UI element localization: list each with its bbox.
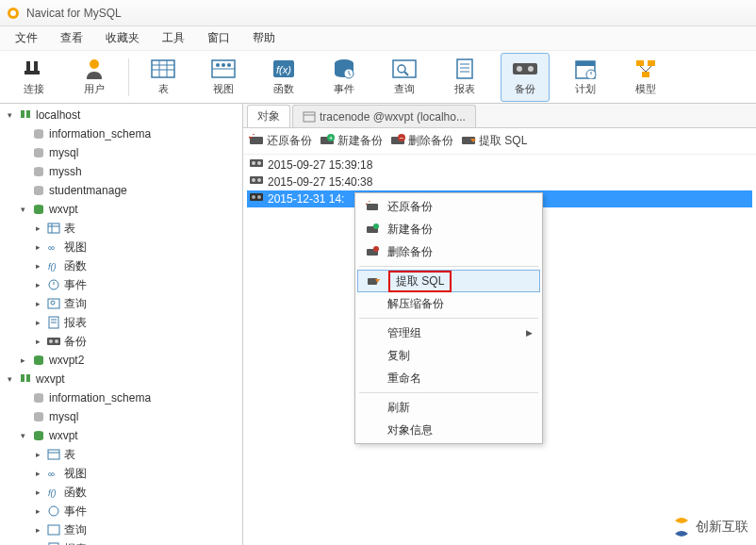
tree-db-myssh[interactable]: myssh [0, 162, 242, 181]
tree-node-report[interactable]: ▸报表 [0, 313, 242, 332]
toolbar-table[interactable]: 表 [139, 53, 188, 102]
toolbar-function[interactable]: f(x) 函数 [259, 53, 308, 102]
toolbar-report[interactable]: 报表 [440, 53, 489, 102]
collapse-arrow-icon[interactable]: ▾ [4, 110, 15, 120]
cm-rename[interactable]: 重命名 [357, 367, 540, 389]
tree-node-view[interactable]: ▸∞视图 [0, 238, 242, 256]
actionbar: 还原备份 +新建备份 −删除备份 提取 SQL [243, 128, 756, 155]
list-item[interactable]: 2015-09-27 15:39:18 [247, 157, 752, 173]
titlebar: Navicat for MySQL [0, 0, 756, 26]
tree-node-query-2[interactable]: ▸查询 [0, 520, 242, 539]
tree-db-mysql[interactable]: mysql [0, 143, 242, 162]
expand-arrow-icon[interactable]: ▸ [32, 506, 43, 516]
menu-file[interactable]: 文件 [4, 26, 49, 50]
tab-objects[interactable]: 对象 [247, 105, 290, 127]
database-icon [31, 409, 46, 424]
action-restore[interactable]: 还原备份 [249, 133, 312, 149]
toolbar-query[interactable]: 查询 [380, 53, 429, 102]
event-icon [331, 58, 357, 80]
toolbar-view[interactable]: 视图 [199, 53, 248, 102]
toolbar-event[interactable]: 事件 [320, 53, 369, 102]
expand-arrow-icon[interactable]: ▸ [32, 487, 43, 497]
tree-db-studentmanage[interactable]: studentmanage [0, 181, 242, 200]
svg-rect-37 [648, 60, 655, 66]
tree-db-wxvpt[interactable]: ▾wxvpt [0, 200, 242, 219]
expand-arrow-icon[interactable]: ▸ [32, 280, 43, 289]
cm-object-info[interactable]: 对象信息 [357, 419, 540, 441]
menu-help[interactable]: 帮助 [241, 26, 287, 50]
action-delete[interactable]: −删除备份 [390, 133, 453, 149]
cm-copy[interactable]: 复制 [357, 344, 540, 367]
action-extract[interactable]: 提取 SQL [461, 133, 527, 149]
toolbar-connection[interactable]: 连接 [9, 53, 58, 102]
menu-window[interactable]: 窗口 [196, 26, 241, 50]
tree-node-view-2[interactable]: ▸∞视图 [0, 464, 242, 483]
tree-db-mysql-2[interactable]: mysql [0, 407, 242, 426]
collapse-arrow-icon[interactable]: ▾ [17, 431, 28, 440]
tree-db-wxvpt2[interactable]: ▸wxvpt2 [0, 351, 242, 370]
expand-arrow-icon[interactable]: ▸ [32, 299, 43, 308]
tab-tracenode[interactable]: tracenode @wxvpt (localho... [292, 105, 476, 127]
toolbar-view-label: 视图 [213, 82, 234, 96]
cm-refresh[interactable]: 刷新 [357, 396, 540, 419]
tree-node-table[interactable]: ▸表 [0, 219, 242, 238]
cm-restore[interactable]: 还原备份 [357, 195, 540, 218]
expand-arrow-icon[interactable]: ▸ [32, 242, 43, 252]
toolbar-backup[interactable]: 备份 [501, 53, 550, 102]
tree-node-backup[interactable]: ▸备份 [0, 332, 242, 351]
function-small-icon: f() [46, 485, 61, 500]
tree-node-table-2[interactable]: ▸表 [0, 445, 242, 464]
backup-list[interactable]: 2015-09-27 15:39:18 2015-09-27 15:40:38 … [243, 155, 756, 545]
svg-point-102 [373, 223, 379, 229]
svg-text:−: − [400, 134, 404, 142]
expand-arrow-icon[interactable]: ▸ [17, 355, 28, 365]
tree-node-report-2[interactable]: ▸报表 [0, 539, 242, 545]
svg-rect-42 [26, 110, 30, 118]
collapse-arrow-icon[interactable]: ▾ [17, 205, 28, 214]
cm-delete[interactable]: 删除备份 [357, 240, 540, 263]
cm-new[interactable]: 新建备份 [357, 218, 540, 240]
toolbar-table-label: 表 [158, 82, 169, 96]
cm-extract-sql[interactable]: 提取 SQL [357, 270, 540, 292]
tree-node-event-2[interactable]: ▸事件 [0, 502, 242, 520]
expand-arrow-icon[interactable]: ▸ [32, 337, 43, 346]
tree-connection-localhost[interactable]: ▾ localhost [0, 106, 242, 124]
expand-arrow-icon[interactable]: ▸ [32, 261, 43, 271]
svg-rect-3 [34, 61, 38, 71]
cm-decompress[interactable]: 解压缩备份 [357, 292, 540, 315]
tree-node-query[interactable]: ▸查询 [0, 294, 242, 313]
svg-rect-64 [21, 374, 25, 382]
tree-db-wxvpt-2[interactable]: ▾wxvpt [0, 426, 242, 445]
toolbar-user[interactable]: 用户 [70, 53, 119, 102]
toolbar-model[interactable]: 模型 [621, 53, 670, 102]
expand-arrow-icon[interactable]: ▸ [32, 450, 43, 459]
expand-arrow-icon[interactable]: ▸ [32, 469, 43, 478]
menu-tools[interactable]: 工具 [151, 26, 196, 50]
expand-arrow-icon[interactable]: ▸ [32, 223, 43, 233]
delete-icon: − [390, 134, 405, 149]
svg-text:f(): f() [48, 488, 57, 498]
menu-favorites[interactable]: 收藏夹 [94, 26, 151, 50]
sidebar-tree[interactable]: ▾ localhost information_schema mysql mys… [0, 104, 243, 545]
toolbar-separator [128, 58, 129, 96]
tree-db-information-schema-2[interactable]: information_schema [0, 388, 242, 407]
list-item[interactable]: 2015-09-27 15:40:38 [247, 173, 752, 190]
tree-node-event[interactable]: ▸事件 [0, 275, 242, 294]
svg-rect-29 [513, 63, 537, 74]
expand-arrow-icon[interactable]: ▸ [32, 525, 43, 535]
menu-view[interactable]: 查看 [49, 26, 94, 50]
tree-node-function[interactable]: ▸f()函数 [0, 256, 242, 275]
tree-node-function-2[interactable]: ▸f()函数 [0, 483, 242, 502]
cm-manage-group[interactable]: 管理组▶ [357, 322, 540, 344]
tape-icon [249, 158, 264, 172]
toolbar-schedule[interactable]: 计划 [561, 53, 610, 102]
user-icon [81, 58, 107, 80]
svg-rect-81 [250, 137, 263, 144]
svg-line-39 [640, 66, 646, 72]
expand-arrow-icon[interactable]: ▸ [32, 318, 43, 327]
collapse-arrow-icon[interactable]: ▾ [4, 374, 15, 384]
context-menu: 还原备份 新建备份 删除备份 提取 SQL 解压缩备份 管理组▶ 复制 重命名 … [354, 192, 543, 444]
tree-db-information-schema[interactable]: information_schema [0, 124, 242, 143]
tree-connection-wxvpt[interactable]: ▾ wxvpt [0, 370, 242, 388]
action-new[interactable]: +新建备份 [320, 133, 383, 149]
